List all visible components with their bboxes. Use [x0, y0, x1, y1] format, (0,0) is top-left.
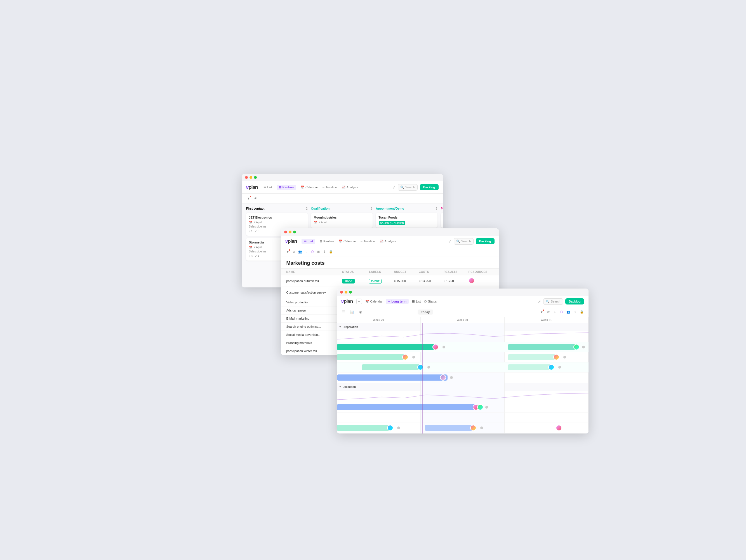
backlog-button-2[interactable]: Backlog	[476, 238, 494, 244]
eye-icon-3[interactable]: 👁	[546, 310, 551, 314]
grid-icon[interactable]: ⊞	[316, 249, 321, 254]
tab-analysis-2[interactable]: 📈 Analysis	[379, 240, 396, 243]
gantt-bar-2	[337, 354, 407, 360]
maximize-dot-2[interactable]	[293, 231, 296, 233]
dot-2	[412, 356, 415, 359]
chart-icon[interactable]: 📊	[349, 309, 355, 315]
backlog-button-1[interactable]: Backlog	[420, 184, 438, 190]
gantt-bar-1b	[508, 344, 578, 350]
close-dot-2[interactable]	[284, 231, 287, 233]
calendar-icon-3: 📅	[365, 300, 369, 303]
timeline-row-exec-3[interactable]	[337, 423, 589, 433]
tab-kanban-1[interactable]: ⊞ Kanban	[277, 185, 296, 190]
tab-list-2[interactable]: ☰ List	[302, 239, 316, 244]
check-count: ✓ 3	[255, 230, 259, 233]
timeline-row-3[interactable]	[337, 362, 589, 372]
timeline-row-1[interactable]	[337, 342, 589, 352]
tab-calendar-1[interactable]: 📅 Calendar	[300, 186, 318, 189]
lock-icon-2[interactable]: 🔒	[579, 310, 584, 314]
puzzle-icon[interactable]: ⬡	[310, 249, 315, 254]
week-col-30: Week 30	[421, 317, 505, 323]
window-timeline: vplan + 📅 Calendar ⏤ Long term ☰ List ⬡ …	[337, 288, 589, 433]
vplan-logo-1: vplan	[246, 185, 258, 190]
info-icon-2[interactable]: ℹ	[573, 310, 578, 314]
week-col-31: Week 31	[505, 317, 589, 323]
dot-exec-3a	[397, 426, 400, 429]
backlog-button-3[interactable]: Backlog	[565, 298, 584, 305]
close-dot-3[interactable]	[340, 291, 343, 293]
check-count: ✓ 4	[255, 255, 259, 258]
col-header-first-contact: First contact 2	[246, 207, 308, 210]
kanban-card[interactable]: Maple Motors SALES QUALIFIED	[441, 213, 443, 227]
page-title-area: Marketing costs	[281, 257, 499, 269]
timeline-icon: ⏤	[322, 186, 324, 189]
people-icon[interactable]: 👥	[297, 249, 303, 254]
gantt-bar-exec-1	[337, 404, 478, 410]
maximize-dot-3[interactable]	[349, 291, 352, 293]
gantt-bar-3	[362, 364, 422, 370]
tab-analysis-1[interactable]: 📈 Analysis	[342, 186, 358, 189]
eye-icon-1[interactable]: 👁	[253, 196, 258, 201]
col-header-costs: COSTS	[419, 270, 443, 274]
tab-list-1[interactable]: ☰ List	[263, 186, 272, 189]
expand-icon-2[interactable]: ⤢	[449, 239, 452, 244]
search-box-3[interactable]: 🔍 Search	[543, 298, 563, 305]
search-box-1[interactable]: 🔍 Search	[398, 184, 418, 191]
timeline-row-exec-2[interactable]	[337, 413, 589, 423]
list-row[interactable]: participation autumn fair Done EVENT € 1…	[281, 275, 499, 287]
filter-icon-1[interactable]: ▼	[246, 196, 251, 201]
tab-calendar-2[interactable]: 📅 Calendar	[339, 240, 356, 243]
timeline-row-exec-1[interactable]	[337, 402, 589, 413]
today-line	[422, 323, 423, 433]
expand-icon-1[interactable]: ⤢	[393, 185, 396, 190]
avatar-exec-3c	[556, 425, 562, 431]
gantt-bar-exec-3b	[425, 425, 475, 431]
status-icon: ⬡	[424, 300, 427, 303]
timeline-row-2[interactable]	[337, 352, 589, 362]
search-icon-1: 🔍	[400, 186, 404, 189]
group-icon[interactable]: ⊕	[291, 249, 296, 254]
col-count-first-contact: 2	[306, 207, 308, 210]
close-dot[interactable]	[245, 176, 248, 179]
download-icon[interactable]: ↓	[304, 249, 309, 254]
people-count: ↑ 1	[249, 230, 253, 233]
calendar-icon: 📅	[300, 186, 304, 189]
puzzle-icon-2[interactable]: ⬡	[559, 310, 564, 314]
kanban-icon: ⊞	[279, 186, 281, 189]
tab-calendar-3[interactable]: 📅 Calendar	[365, 300, 383, 303]
analysis-icon: 📈	[342, 186, 345, 189]
minimize-dot[interactable]	[250, 176, 252, 179]
filter-icon-3[interactable]: ▼	[539, 310, 544, 314]
filter-icon-2[interactable]: ▼	[285, 249, 290, 254]
collapse-icon[interactable]: ⊟	[552, 310, 557, 314]
tab-longterm[interactable]: ⏤ Long term	[386, 299, 409, 304]
timeline-row-wide[interactable]	[337, 372, 589, 383]
tab-timeline-2[interactable]: ⏤ Timeline	[361, 240, 375, 243]
col-title-proposal: Proposal	[441, 207, 443, 210]
tab-timeline-1[interactable]: ⏤ Timeline	[322, 186, 337, 189]
minimize-dot-3[interactable]	[345, 291, 347, 293]
longterm-icon: ⏤	[388, 300, 390, 303]
kanban-card[interactable]: Tucan Foods SALES QUALIFIED	[376, 213, 437, 227]
avatar-exec-3a	[387, 425, 393, 431]
search-box-2[interactable]: 🔍 Search	[454, 238, 474, 245]
tab-kanban-2[interactable]: ⊞ Kanban	[320, 240, 334, 243]
col-header-budget: BUDGET	[394, 270, 419, 274]
tab-list-3[interactable]: ☰ List	[412, 300, 421, 303]
people-icon-2[interactable]: 👥	[566, 310, 571, 314]
add-button[interactable]: +	[356, 299, 362, 304]
calendar-icon-2: 📅	[339, 240, 342, 243]
minimize-dot-2[interactable]	[289, 231, 291, 233]
maximize-dot[interactable]	[254, 176, 257, 179]
col-title-qualification: Qualification	[311, 207, 330, 210]
info-icon[interactable]: ℹ	[322, 249, 327, 254]
kanban-topbar: vplan ☰ List ⊞ Kanban 📅 Calendar ⏤ Timel…	[242, 181, 443, 194]
view-list-icon[interactable]: ☰	[341, 309, 347, 315]
tab-status[interactable]: ⬡ Status	[424, 300, 437, 303]
kanban-card[interactable]: Moonindustries 📅 2 April	[311, 213, 373, 228]
date-icon: 📅	[249, 246, 252, 249]
today-button[interactable]: Today	[418, 310, 433, 314]
expand-icon-3[interactable]: ⤢	[538, 300, 541, 304]
lock-icon[interactable]: 🔒	[328, 249, 334, 254]
group-icon-2[interactable]: ◉	[357, 309, 364, 315]
